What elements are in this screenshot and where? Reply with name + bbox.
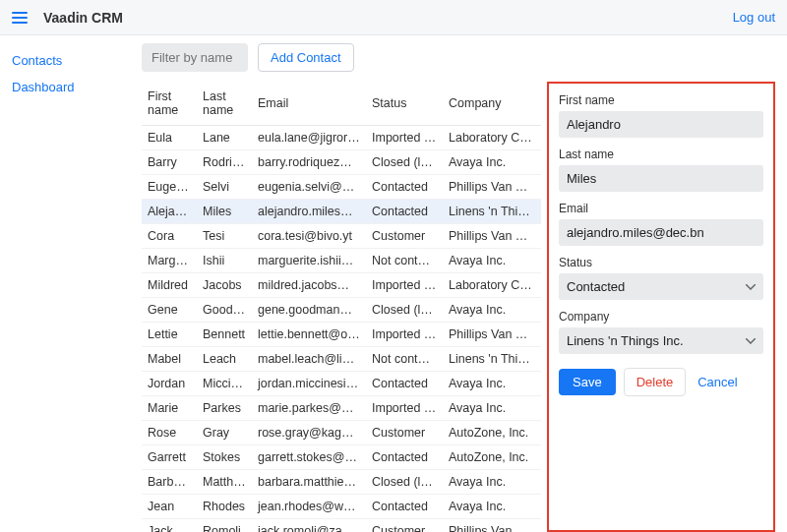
- cell-company: Phillips Van Heusen Corporation: [443, 323, 541, 347]
- cell-company: Avaya Inc.: [443, 249, 541, 273]
- cell-last: Rhodes: [197, 495, 252, 519]
- select-company[interactable]: Linens 'n Things Inc.: [559, 327, 763, 354]
- table-row[interactable]: GarrettStokesgarrett.stokes@fef.bgContac…: [142, 445, 541, 470]
- table-row[interactable]: MabelLeachmabel.leach@lisohu…Not contact…: [142, 347, 541, 372]
- cell-last: Ishii: [197, 249, 252, 273]
- col-last-name[interactable]: Last name: [197, 82, 252, 126]
- cell-email: marguerite.ishii@ju…: [252, 249, 366, 273]
- topbar: Vaadin CRM Log out: [0, 0, 787, 35]
- cell-status: Contacted: [366, 175, 443, 200]
- label-status: Status: [559, 256, 763, 269]
- cell-status: Contacted: [366, 495, 443, 519]
- col-first-name[interactable]: First name: [142, 82, 197, 126]
- col-status[interactable]: Status: [366, 82, 443, 126]
- cell-first: Jean: [142, 495, 197, 519]
- delete-button[interactable]: Delete: [624, 368, 687, 396]
- cell-email: eula.lane@jigrormo.ye: [252, 126, 366, 150]
- table-row[interactable]: AlejandroMilesalejandro.miles@de…Contact…: [142, 200, 541, 224]
- cell-email: jean.rhodes@wehov…: [252, 495, 366, 519]
- table-row[interactable]: LettieBennettlettie.bennett@odet…Importe…: [142, 323, 541, 347]
- cell-status: Customer: [366, 224, 443, 249]
- cell-first: Eugenia: [142, 175, 197, 200]
- cell-first: Mildred: [142, 273, 197, 298]
- cell-company: Laboratory Corporation: [443, 273, 541, 298]
- cell-email: barbara.matthieu@…: [252, 470, 366, 495]
- cell-company: Avaya Inc.: [443, 470, 541, 495]
- cell-email: alejandro.miles@de…: [252, 200, 366, 224]
- cell-status: Customer: [366, 421, 443, 445]
- add-contact-button[interactable]: Add Contact: [258, 43, 354, 72]
- cell-status: Imported lead: [366, 273, 443, 298]
- table-row[interactable]: BarbaraMatthieubarbara.matthieu@…Closed …: [142, 470, 541, 495]
- table-row[interactable]: MarieParkesmarie.parkes@nowu…Imported le…: [142, 396, 541, 421]
- input-last-name[interactable]: [559, 165, 763, 192]
- cell-first: Barry: [142, 150, 197, 175]
- cell-last: Gray: [197, 421, 252, 445]
- cell-email: marie.parkes@nowu…: [252, 396, 366, 421]
- cell-last: Goodm…: [197, 298, 252, 323]
- table-row[interactable]: BarryRodriqu…barry.rodriquez@zu…Closed (…: [142, 150, 541, 175]
- table-row[interactable]: Margue…Ishiimarguerite.ishii@ju…Not cont…: [142, 249, 541, 273]
- table-row[interactable]: JordanMiccinesijordan.miccinesi@d…Contac…: [142, 372, 541, 396]
- cell-first: Mabel: [142, 347, 197, 372]
- cell-status: Closed (lost): [366, 150, 443, 175]
- cell-company: Avaya Inc.: [443, 298, 541, 323]
- cell-last: Stokes: [197, 445, 252, 470]
- cell-company: AutoZone, Inc.: [443, 445, 541, 470]
- table-row[interactable]: CoraTesicora.tesi@bivo.ytCustomerPhillip…: [142, 224, 541, 249]
- cell-email: lettie.bennett@odet…: [252, 323, 366, 347]
- filter-input[interactable]: [142, 43, 248, 72]
- cell-status: Closed (lost): [366, 298, 443, 323]
- cell-company: Linens 'n Things Inc.: [443, 200, 541, 224]
- cell-company: Avaya Inc.: [443, 150, 541, 175]
- input-first-name[interactable]: [559, 111, 763, 138]
- select-status[interactable]: Contacted: [559, 273, 763, 300]
- cell-last: Selvi: [197, 175, 252, 200]
- cancel-button[interactable]: Cancel: [694, 369, 741, 395]
- table-row[interactable]: RoseGrayrose.gray@kagu.hrCustomerAutoZon…: [142, 421, 541, 445]
- main-content: Add Contact First name Last name Email S…: [134, 35, 787, 532]
- table-row[interactable]: MildredJacobsmildred.jacobs@jor…Imported…: [142, 273, 541, 298]
- contacts-table-wrap: First name Last name Email Status Compan…: [142, 82, 541, 532]
- cell-first: Alejandro: [142, 200, 197, 224]
- sidebar-item-contacts[interactable]: Contacts: [12, 47, 134, 74]
- cell-last: Leach: [197, 347, 252, 372]
- cell-first: Cora: [142, 224, 197, 249]
- label-last-name: Last name: [559, 148, 763, 161]
- table-row[interactable]: GeneGoodm…gene.goodman@ke…Closed (lost)A…: [142, 298, 541, 323]
- cell-first: Barbara: [142, 470, 197, 495]
- cell-last: Matthieu: [197, 470, 252, 495]
- menu-icon[interactable]: [12, 12, 28, 24]
- cell-email: eugenia.selvi@capf…: [252, 175, 366, 200]
- cell-email: jack.romoli@zamum…: [252, 519, 366, 533]
- contacts-table: First name Last name Email Status Compan…: [142, 82, 541, 532]
- cell-last: Bennett: [197, 323, 252, 347]
- save-button[interactable]: Save: [559, 369, 616, 395]
- sidebar-item-dashboard[interactable]: Dashboard: [12, 74, 134, 100]
- table-row[interactable]: JeanRhodesjean.rhodes@wehov…ContactedAva…: [142, 495, 541, 519]
- toolbar: Add Contact: [142, 43, 775, 72]
- table-row[interactable]: EulaLaneeula.lane@jigrormo.yeImported le…: [142, 126, 541, 150]
- cell-first: Jack: [142, 519, 197, 533]
- col-email[interactable]: Email: [252, 82, 366, 126]
- cell-company: Avaya Inc.: [443, 396, 541, 421]
- label-first-name: First name: [559, 93, 763, 107]
- cell-first: Jordan: [142, 372, 197, 396]
- cell-last: Rodriqu…: [197, 150, 252, 175]
- table-row[interactable]: JackRomolijack.romoli@zamum…CustomerPhil…: [142, 519, 541, 533]
- cell-status: Customer: [366, 519, 443, 533]
- cell-last: Parkes: [197, 396, 252, 421]
- logout-link[interactable]: Log out: [733, 10, 775, 25]
- cell-status: Contacted: [366, 200, 443, 224]
- input-email[interactable]: [559, 219, 763, 246]
- cell-status: Contacted: [366, 445, 443, 470]
- cell-email: mildred.jacobs@jor…: [252, 273, 366, 298]
- cell-first: Garrett: [142, 445, 197, 470]
- cell-last: Miles: [197, 200, 252, 224]
- contact-form: First name Last name Email Status Contac…: [547, 82, 775, 532]
- cell-email: cora.tesi@bivo.yt: [252, 224, 366, 249]
- table-row[interactable]: EugeniaSelvieugenia.selvi@capf…Contacted…: [142, 175, 541, 200]
- col-company[interactable]: Company: [443, 82, 541, 126]
- cell-status: Not contact…: [366, 347, 443, 372]
- cell-company: Phillips Van Heusen Corporation: [443, 519, 541, 533]
